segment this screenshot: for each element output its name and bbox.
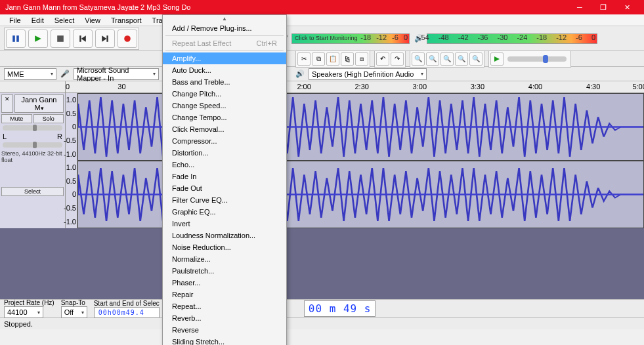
menu-file[interactable]: File [4, 15, 26, 26]
track-name-dropdown[interactable]: Jann Gann M▾ [14, 94, 64, 113]
menu-item-reverse[interactable]: Reverse [163, 324, 286, 336]
skip-end-button[interactable] [95, 30, 115, 48]
status-text: Stopped. [4, 320, 33, 328]
menu-item-fade-in[interactable]: Fade In [163, 171, 286, 182]
snap-to-select[interactable]: Off [61, 306, 87, 318]
menu-select[interactable]: Select [49, 15, 80, 26]
device-toolbar: MME 🎤 Microsoft Sound Mapper - In 🔊 Spea… [0, 67, 644, 81]
track-close-button[interactable]: ✕ [1, 94, 13, 113]
pause-button[interactable] [6, 30, 26, 48]
recording-device-select[interactable]: Microsoft Sound Mapper - In [74, 68, 159, 80]
menu-item-filter-curve-eq[interactable]: Filter Curve EQ... [163, 194, 286, 206]
menu-item-add-remove-plugins[interactable]: Add / Remove Plug-ins... [163, 22, 286, 34]
silence-button[interactable]: ⧈ [355, 52, 368, 66]
menu-item-invert[interactable]: Invert [163, 218, 286, 230]
snap-to-label: Snap-To [61, 299, 87, 306]
selection-time-group: Start and End of Selec 00h00m49.4 [94, 300, 160, 318]
selection-label: Start and End of Selec [94, 300, 160, 307]
menu-item-click-removal[interactable]: Click Removal... [163, 123, 286, 135]
edit-toolbar: ✂ ⧉ 📋 ⧎ ⧈ [295, 51, 370, 68]
gain-slider[interactable] [3, 125, 62, 131]
zoom-in-button[interactable]: 🔍 [412, 52, 425, 66]
close-button[interactable]: ✕ [615, 3, 639, 12]
play-speed-slider[interactable] [507, 56, 567, 62]
skip-start-button[interactable] [73, 30, 93, 48]
menu-item-repair[interactable]: Repair [163, 289, 286, 300]
record-button[interactable] [118, 30, 137, 48]
menu-item-distortion[interactable]: Distortion... [163, 147, 286, 159]
copy-button[interactable]: ⧉ [312, 52, 325, 66]
speaker-icon: 🔊 [295, 70, 305, 78]
menu-edit[interactable]: Edit [26, 15, 49, 26]
project-rate-group: Project Rate (Hz) 44100 [4, 299, 54, 318]
menu-item-reverb[interactable]: Reverb... [163, 312, 286, 324]
play-at-speed-button[interactable] [490, 52, 504, 66]
project-rate-label: Project Rate (Hz) [4, 299, 54, 306]
svg-rect-1 [16, 35, 19, 42]
menu-item-echo[interactable]: Echo... [163, 159, 286, 171]
trim-button[interactable]: ⧎ [341, 52, 354, 66]
play-meter-ticks: -54 -48 -42 -36 -30 -24 -18 -12 -6 0 [419, 33, 595, 41]
window-title: Jann Gann Mann from Satyameva Jayate 2 M… [5, 3, 568, 11]
track-area: ✕ Jann Gann M▾ Mute Solo LR Stereo, 4410… [0, 93, 644, 228]
zoom-fit-button[interactable]: 🔍 [455, 52, 468, 66]
menu-item-normalize[interactable]: Normalize... [163, 253, 286, 265]
timeline-ruler[interactable]: 0 30 1:00 2:00 2:30 3:00 3:30 4:00 4:30 … [0, 81, 644, 93]
record-meter-ticks: -18 -12 -6 0 [360, 33, 408, 41]
undo-toolbar: ↶ ↷ [374, 51, 406, 68]
stop-button[interactable] [51, 30, 70, 48]
paste-button[interactable]: 📋 [326, 52, 339, 66]
menu-item-auto-duck[interactable]: Auto Duck... [163, 64, 286, 76]
menu-item-noise-reduction[interactable]: Noise Reduction... [163, 241, 286, 253]
cut-button[interactable]: ✂ [297, 52, 311, 66]
menu-item-phaser[interactable]: Phaser... [163, 277, 286, 289]
menu-view[interactable]: View [79, 15, 106, 26]
menu-item-change-speed[interactable]: Change Speed... [163, 100, 286, 112]
svg-rect-0 [12, 35, 15, 42]
undo-button[interactable]: ↶ [376, 52, 389, 66]
pan-slider[interactable] [3, 142, 62, 148]
titlebar: Jann Gann Mann from Satyameva Jayate 2 M… [0, 0, 644, 14]
empty-track-area[interactable] [0, 228, 644, 299]
menu-item-repeat[interactable]: Repeat... [163, 300, 286, 312]
menu-item-fade-out[interactable]: Fade Out [163, 182, 286, 194]
play-meter[interactable]: -54 -48 -42 -36 -30 -24 -18 -12 -6 0 [427, 33, 597, 44]
minimize-button[interactable]: ─ [568, 3, 591, 11]
zoom-toolbar: 🔍 🔍 🔍 🔍 🔍 [410, 51, 484, 68]
menu-item-change-pitch[interactable]: Change Pitch... [163, 88, 286, 100]
menu-item-loudness-normalization[interactable]: Loudness Normalization... [163, 230, 286, 241]
ruler-scale: 0 30 1:00 2:00 2:30 3:00 3:30 4:00 4:30 … [66, 81, 644, 92]
playatspeed-toolbar [488, 51, 571, 68]
zoom-out-button[interactable]: 🔍 [426, 52, 439, 66]
mute-button[interactable]: Mute [1, 114, 32, 123]
menu-item-graphic-eq[interactable]: Graphic EQ... [163, 206, 286, 218]
track-select-button[interactable]: Select [1, 187, 64, 196]
menu-transport[interactable]: Transport [106, 15, 147, 26]
menu-item-paulstretch[interactable]: Paulstretch... [163, 265, 286, 277]
solo-button[interactable]: Solo [33, 114, 64, 123]
svg-marker-2 [35, 35, 41, 42]
menu-scroll-up[interactable]: ▲ [163, 15, 286, 22]
track-format-info: Stereo, 44100Hz 32-bit float [1, 150, 64, 163]
maximize-button[interactable]: ❐ [591, 3, 615, 12]
menu-item-compressor[interactable]: Compressor... [163, 135, 286, 147]
menu-item-sliding-stretch[interactable]: Sliding Stretch... [163, 336, 286, 345]
record-meter-hint: Click to Start Monitoring [295, 35, 358, 41]
menu-separator [165, 51, 284, 51]
menubar: File Edit Select View Transport Tracks G… [0, 14, 644, 26]
zoom-sel-button[interactable]: 🔍 [440, 52, 454, 66]
record-meter[interactable]: Click to Start Monitoring -18 -12 -6 0 [291, 33, 410, 44]
audio-position-time[interactable]: 00 m 49 s [304, 300, 376, 317]
audio-host-select[interactable]: MME [4, 68, 56, 80]
selection-toolbar: Project Rate (Hz) 44100 Snap-To Off Star… [0, 299, 644, 317]
playback-device-select[interactable]: Speakers (High Definition Audio [309, 68, 427, 80]
selection-start-time[interactable]: 00h00m49.4 [94, 307, 160, 318]
pan-labels: LR [1, 132, 64, 140]
menu-item-change-tempo[interactable]: Change Tempo... [163, 112, 286, 123]
zoom-toggle-button[interactable]: 🔍 [469, 52, 483, 66]
project-rate-select[interactable]: 44100 [4, 306, 43, 318]
menu-item-amplify[interactable]: Amplify... [163, 52, 286, 64]
menu-item-bass-and-treble[interactable]: Bass and Treble... [163, 76, 286, 88]
play-button[interactable] [28, 30, 48, 48]
redo-button[interactable]: ↷ [391, 52, 404, 66]
